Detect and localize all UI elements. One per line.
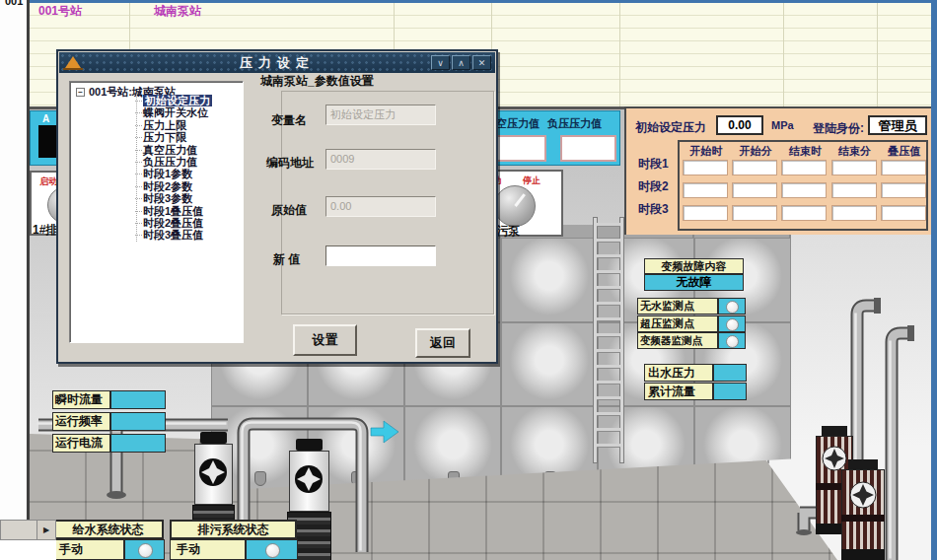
pressure-parameter-panel: 初始设定压力 0.00 MPa 登陆身份: 管理员 开始时开始分结束时结束分叠压… bbox=[624, 106, 931, 235]
sewage-mode-cell[interactable]: 手动 bbox=[170, 539, 246, 560]
minimize-button[interactable]: ∨ bbox=[431, 55, 450, 70]
tree-item-pressure-lower[interactable]: 压力下限 bbox=[143, 131, 241, 143]
tree-item-stack3[interactable]: 时段3叠压值 bbox=[143, 229, 241, 241]
tree-item-vacuum[interactable]: 真空压力值 bbox=[143, 144, 241, 156]
time-table-cell[interactable] bbox=[781, 160, 827, 175]
tree-item-period2[interactable]: 时段2参数 bbox=[143, 180, 241, 192]
login-identity-value[interactable]: 管理员 bbox=[868, 115, 927, 135]
time-table-cell[interactable] bbox=[732, 182, 777, 198]
tree-item-stack1[interactable]: 时段1叠压值 bbox=[143, 205, 241, 217]
time-table-column-header: 开始分 bbox=[732, 144, 779, 159]
pipe-flange bbox=[107, 491, 126, 499]
dialog-title: 压力设定 bbox=[59, 52, 495, 73]
time-table-cell[interactable] bbox=[831, 205, 877, 221]
dialog-titlebar[interactable]: 压力设定 ∨ ∧ ✕ bbox=[59, 52, 495, 73]
outlet-pressure-value[interactable] bbox=[713, 364, 747, 382]
time-table-cell[interactable] bbox=[732, 160, 777, 175]
time-table-cell[interactable] bbox=[881, 205, 926, 221]
code-address-field[interactable]: 0009 bbox=[325, 149, 436, 170]
time-table-cell[interactable] bbox=[683, 160, 728, 175]
time-period-table: 开始时开始分结束时结束分叠压值 bbox=[678, 140, 928, 231]
scada-screen: 001号站 城南泵站 bbox=[0, 0, 937, 560]
flow-arrow-icon bbox=[371, 421, 398, 443]
pump2-rotary-switch[interactable] bbox=[494, 185, 536, 227]
monitor-point-lamp-cell bbox=[718, 315, 746, 332]
tree-item-initial-pressure[interactable]: 初始设定压力 bbox=[143, 95, 241, 106]
return-button[interactable]: 返回 bbox=[415, 328, 470, 358]
station-name-cell[interactable]: 城南泵站 bbox=[154, 3, 201, 20]
form-group-title: 城南泵站_参数值设置 bbox=[260, 73, 374, 90]
time-table-cell[interactable] bbox=[781, 182, 827, 198]
flow-block: 瞬时流量 运行频率 运行电流 bbox=[52, 390, 167, 454]
monitor-point-label: 变频器监测点 bbox=[637, 332, 718, 349]
tree-item-valve-level[interactable]: 蝶阀开关水位 bbox=[143, 106, 241, 118]
supply-lamp-cell bbox=[124, 539, 165, 560]
window-right-border bbox=[931, 0, 937, 560]
station-id-cell[interactable]: 001号站 bbox=[38, 3, 82, 20]
login-identity-label: 登陆身份: bbox=[813, 120, 864, 137]
instant-flow-label: 瞬时流量 bbox=[52, 390, 110, 409]
negative-pressure-value[interactable] bbox=[560, 135, 616, 162]
time-table-cell[interactable] bbox=[781, 205, 827, 221]
monitor-point-lamp-cell bbox=[718, 298, 746, 315]
original-value-label: 原始值 bbox=[271, 202, 307, 219]
tree-item-negative[interactable]: 负压压力值 bbox=[143, 156, 241, 168]
time-table-cell[interactable] bbox=[683, 182, 728, 198]
initial-pressure-value[interactable]: 0.00 bbox=[716, 115, 763, 135]
sewage-lamp-cell bbox=[246, 539, 298, 560]
run-frequency-value[interactable] bbox=[110, 412, 166, 431]
table-column-divider bbox=[619, 3, 620, 106]
close-button[interactable]: ✕ bbox=[472, 55, 491, 70]
dialog-app-icon bbox=[63, 68, 83, 70]
supply-mode-cell[interactable]: 手动 bbox=[52, 539, 124, 560]
status-lamp-icon bbox=[726, 318, 739, 331]
variable-name-label: 变量名 bbox=[271, 112, 307, 129]
tree-item-stack2[interactable]: 时段2叠压值 bbox=[143, 217, 241, 229]
vacuum-pressure-value[interactable] bbox=[490, 135, 546, 162]
status-lamp-icon bbox=[726, 301, 739, 314]
monitor-point-label: 无水监测点 bbox=[637, 298, 718, 315]
monitor-point-label: 超压监测点 bbox=[637, 315, 718, 332]
tree-item-pressure-upper[interactable]: 压力上限 bbox=[143, 119, 241, 131]
horizontal-scrollbar[interactable]: ▶ bbox=[0, 520, 56, 540]
pump-impeller-icon bbox=[849, 481, 877, 509]
unit-label: MPa bbox=[771, 119, 794, 131]
variable-name-field[interactable]: 初始设定压力 bbox=[325, 105, 436, 125]
stop-label: 停止 bbox=[523, 175, 541, 187]
pump-base bbox=[841, 549, 885, 560]
total-flow-value[interactable] bbox=[713, 383, 747, 400]
pump-cap bbox=[200, 432, 226, 444]
run-current-value[interactable] bbox=[110, 434, 166, 453]
code-address-label: 编码地址 bbox=[266, 155, 314, 172]
instant-flow-value[interactable] bbox=[110, 390, 166, 409]
new-value-label: 新 值 bbox=[273, 251, 300, 268]
corner-text: 001 bbox=[5, 0, 23, 7]
scroll-right-arrow-icon[interactable]: ▶ bbox=[36, 521, 55, 539]
time-table-column-header: 开始时 bbox=[683, 144, 730, 159]
time-table-cell[interactable] bbox=[881, 160, 926, 175]
parameter-tree[interactable]: − 001号站:城南泵站 初始设定压力 蝶阀开关水位 压力上限 压力下限 真空压… bbox=[69, 81, 244, 343]
maximize-button[interactable]: ∧ bbox=[452, 55, 470, 70]
time-table-cell[interactable] bbox=[683, 205, 728, 221]
time-table-cell[interactable] bbox=[831, 182, 877, 198]
fault-status: 无故障 bbox=[644, 274, 744, 291]
set-button[interactable]: 设置 bbox=[293, 324, 357, 356]
tree-items: 初始设定压力 蝶阀开关水位 压力上限 压力下限 真空压力值 负压压力值 时段1参… bbox=[143, 95, 241, 242]
dialog-app-icon bbox=[65, 56, 81, 68]
vfd-fault-panel: 变频故障内容 无故障 bbox=[644, 258, 744, 291]
time-table-column-header: 结束分 bbox=[831, 144, 879, 159]
pipe-flange bbox=[874, 298, 881, 314]
status-lamp-icon bbox=[265, 543, 280, 558]
new-value-field[interactable] bbox=[325, 245, 436, 266]
status-lamp-icon bbox=[138, 543, 153, 558]
tree-item-period3[interactable]: 时段3参数 bbox=[143, 192, 241, 204]
time-table-cell[interactable] bbox=[732, 205, 777, 221]
tree-collapse-icon[interactable]: − bbox=[76, 88, 85, 97]
time-table-cell[interactable] bbox=[831, 160, 877, 175]
tree-item-period1[interactable]: 时段1参数 bbox=[143, 168, 241, 179]
supply-system-status: 给水系统状态 手动 bbox=[52, 520, 166, 560]
original-value-field[interactable]: 0.00 bbox=[325, 196, 436, 217]
partial-label: A bbox=[42, 113, 49, 124]
pipe-flange bbox=[796, 529, 812, 535]
time-table-cell[interactable] bbox=[881, 182, 926, 198]
